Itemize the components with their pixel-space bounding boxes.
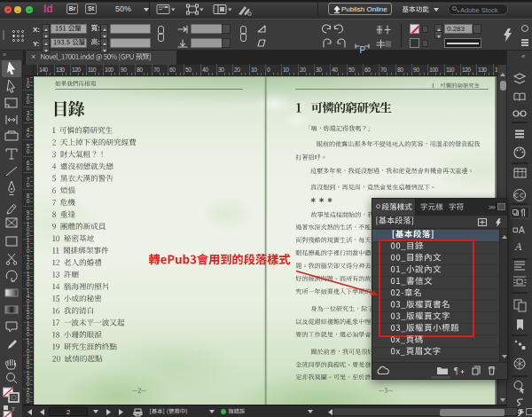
svg-text:P: P <box>360 45 366 55</box>
svg-text:T: T <box>12 405 15 412</box>
svg-text:¶: ¶ <box>454 366 458 375</box>
svg-text:«: « <box>521 52 526 60</box>
svg-text:A: A <box>514 240 522 253</box>
svg-text:A: A <box>519 225 525 235</box>
